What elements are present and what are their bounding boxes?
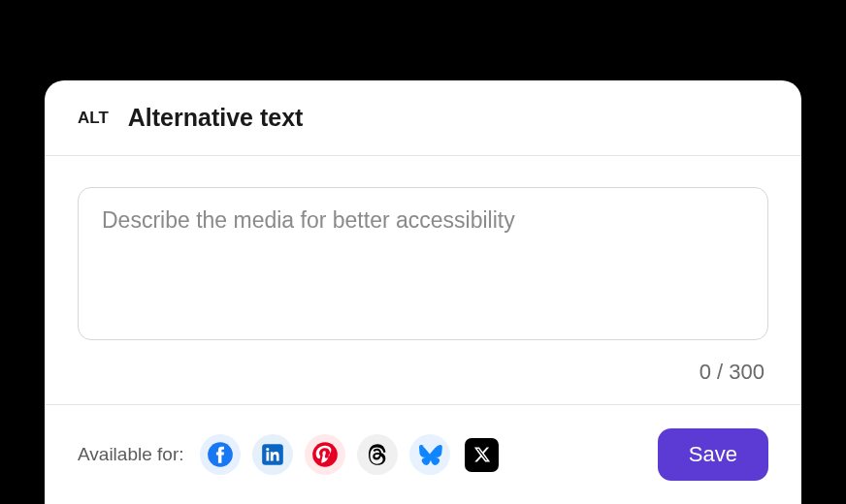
x-icon (462, 434, 503, 475)
platform-list (200, 434, 646, 475)
modal-header: ALT Alternative text (45, 80, 801, 156)
linkedin-icon (252, 434, 293, 475)
threads-icon (357, 434, 398, 475)
bluesky-icon (409, 434, 450, 475)
save-button[interactable]: Save (658, 428, 768, 481)
modal-title: Alternative text (128, 104, 304, 132)
pinterest-icon (305, 434, 345, 475)
modal-footer: Available for: Save (45, 404, 801, 504)
alt-text-input[interactable] (78, 187, 768, 340)
facebook-icon (200, 434, 241, 475)
alt-badge: ALT (78, 109, 109, 128)
modal-body: 0 / 300 (45, 156, 801, 404)
character-counter: 0 / 300 (78, 360, 768, 385)
alt-text-modal: ALT Alternative text 0 / 300 Available f… (45, 80, 801, 504)
available-for-label: Available for: (78, 444, 184, 465)
